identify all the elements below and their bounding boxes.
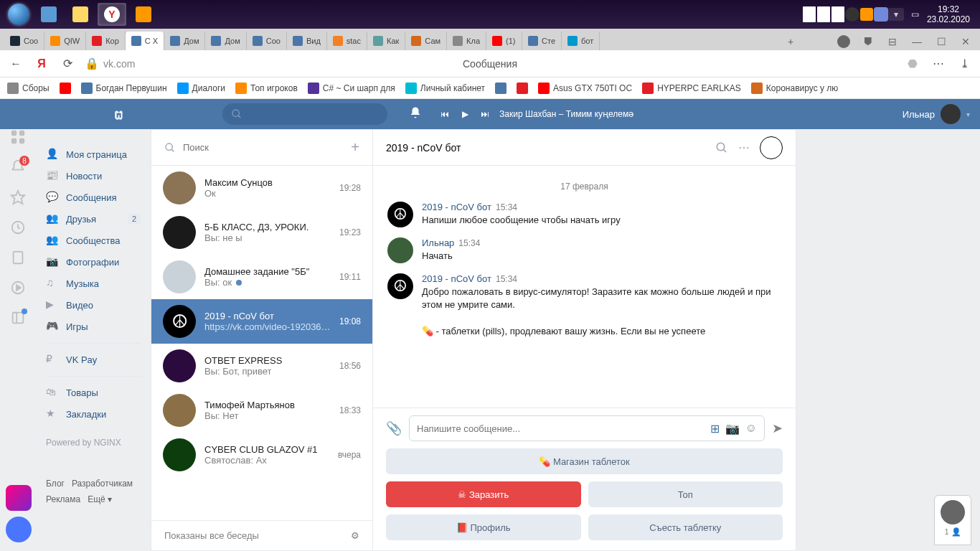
browser-tab[interactable]: QIW (44, 32, 86, 50)
chat-avatar[interactable]: ☮ (760, 136, 783, 159)
minimize-button[interactable]: — (908, 33, 925, 50)
dialog-item[interactable]: Домашнее задание "5Б"Вы: ок19:11 (151, 255, 372, 299)
yandex-bottom-button-1[interactable] (6, 485, 32, 511)
browser-tab[interactable]: бот (562, 32, 600, 50)
taskbar-app-browser[interactable]: Y (98, 3, 126, 26)
bookmark-item[interactable]: C# ~ Си шарп для (308, 83, 395, 94)
kb-eat-button[interactable]: Съесть таблетку (588, 514, 783, 540)
nav-item[interactable]: 👥Сообщества (36, 230, 151, 251)
nav-item[interactable]: ★Закладки (36, 403, 151, 425)
nav-item[interactable]: 📷Фотографии (36, 251, 151, 273)
close-button[interactable]: ✕ (957, 33, 974, 50)
browser-tab[interactable]: stac (327, 32, 367, 50)
browser-tab[interactable]: Дом (164, 32, 205, 50)
nav-item[interactable]: 👥Друзья2 (36, 208, 151, 230)
browser-tab[interactable]: (1) (486, 32, 522, 50)
dialog-item[interactable]: Максим СунцовОк19:28 (151, 166, 372, 210)
dialog-item[interactable]: ОТВЕТ EXPRESSВы: Бот, привет18:56 (151, 344, 372, 388)
kb-profile-button[interactable]: 📕 Профиль (386, 514, 581, 540)
vk-search[interactable] (222, 103, 387, 125)
tray-sublime-icon[interactable] (859, 7, 874, 22)
nav-item[interactable]: 🎮Игры (36, 316, 151, 337)
browser-tab[interactable]: Сте (522, 32, 562, 50)
shield-icon[interactable]: ⛊ (859, 33, 877, 50)
taskbar-app[interactable] (34, 3, 63, 26)
browser-tab[interactable]: Кор (86, 32, 126, 50)
tray-expand-icon[interactable]: ▾ (888, 8, 904, 21)
kb-top-button[interactable]: Топ (588, 481, 783, 507)
tray-obs-icon[interactable] (845, 7, 859, 22)
bookmark-item[interactable]: HYPERPC EARLKAS (642, 83, 741, 94)
tray-doc-icon[interactable] (831, 7, 845, 22)
url-field[interactable]: 🔒 vk.com Сообщения (85, 57, 895, 71)
keyboard-icon[interactable]: ⊞ (710, 422, 720, 435)
download-icon[interactable]: ⤓ (956, 55, 973, 72)
browser-tab[interactable]: С X (126, 32, 164, 50)
bookmark-item[interactable] (517, 83, 528, 94)
tray-discord-icon[interactable] (874, 7, 888, 22)
sidebar-bell-icon[interactable]: 8 (10, 159, 26, 175)
prev-track-icon[interactable]: ⏮ (439, 108, 451, 120)
dialog-item[interactable]: 5-Б КЛАСС, ДЗ, УРОКИ.Вы: не ы19:23 (151, 210, 372, 255)
bookmark-item[interactable] (495, 83, 507, 94)
vk-logo[interactable]: ꞷ (114, 105, 122, 123)
bookmark-item[interactable]: Сборы (7, 83, 50, 94)
sidebar-play-icon[interactable] (10, 280, 26, 296)
clock[interactable]: 19:32 23.02.2020 (927, 4, 976, 25)
sidebar-history-icon[interactable] (10, 220, 26, 235)
start-button[interactable] (4, 3, 33, 26)
track-title[interactable]: Закир Шахбан – Тимим куңелемә (499, 109, 633, 119)
sidebar-clipboard-icon[interactable] (10, 250, 26, 265)
tray-network-icon[interactable]: ▭ (908, 7, 923, 22)
reload-button[interactable]: ⟳ (59, 55, 76, 72)
browser-tab[interactable]: Соо (247, 32, 287, 50)
bookmark-item[interactable]: Личный кабинет (405, 83, 485, 94)
bookmark-icon[interactable]: ⬣ (904, 55, 921, 72)
tray-doc-icon[interactable] (802, 7, 816, 22)
browser-tab[interactable]: Соо (4, 32, 44, 50)
browser-tab[interactable]: Кла (447, 32, 486, 50)
browser-tab[interactable]: Как (367, 32, 405, 50)
yandex-button[interactable]: Я (33, 55, 50, 72)
more-icon[interactable]: ⋯ (738, 141, 750, 154)
new-dialog-icon[interactable]: + (351, 139, 359, 156)
bookmark-item[interactable]: Богдан Первушин (81, 83, 167, 94)
menu-icon[interactable]: ⋯ (930, 55, 947, 72)
emoji-icon[interactable]: ☺ (745, 422, 757, 435)
tray-doc-icon[interactable] (816, 7, 831, 22)
dialog-item[interactable]: ☮2019 - nCoV ботhttps://vk.com/video-192… (151, 299, 372, 344)
send-button[interactable]: ➤ (772, 420, 783, 436)
nav-item[interactable]: ▶Видео (36, 294, 151, 316)
next-track-icon[interactable]: ⏭ (479, 108, 491, 120)
chat-widget[interactable]: 1 👤 (934, 495, 971, 545)
taskbar-app[interactable] (66, 3, 95, 26)
user-icon[interactable] (835, 33, 852, 50)
user-menu[interactable]: Ильнар ▾ (903, 104, 970, 124)
dialog-item[interactable]: Тимофей МартьяновВы: Нет18:33 (151, 388, 372, 433)
sidebar-star-icon[interactable] (10, 189, 26, 205)
taskbar-app[interactable] (129, 3, 158, 26)
nav-item[interactable]: 💬Сообщения (36, 187, 151, 208)
downloads-icon[interactable]: ⊟ (884, 33, 901, 50)
gear-icon[interactable]: ⚙ (351, 530, 359, 541)
browser-tab[interactable]: Дом (205, 32, 246, 50)
bookmark-item[interactable]: Диалоги (177, 83, 225, 94)
browser-tab[interactable]: Сам (405, 32, 447, 50)
kb-shop-button[interactable]: 💊 Магазин таблеток (386, 448, 783, 474)
bookmark-item[interactable]: Топ игроков (235, 83, 298, 94)
nav-item[interactable]: 👤Моя страница (36, 143, 151, 165)
kb-infect-button[interactable]: ☠ Заразить (386, 481, 581, 507)
nav-item[interactable]: ♫Музыка (36, 273, 151, 294)
search-icon[interactable] (715, 141, 728, 154)
nav-item[interactable]: 🛍Товары (36, 382, 151, 403)
attach-icon[interactable]: 📎 (386, 420, 402, 436)
message-input[interactable] (417, 423, 710, 434)
bookmark-item[interactable] (60, 83, 71, 94)
browser-tab[interactable]: Вид (287, 32, 327, 50)
chat-title[interactable]: 2019 - nCoV бот (386, 142, 461, 154)
dialog-search-input[interactable] (183, 142, 344, 153)
sidebar-apps-icon[interactable] (10, 129, 26, 145)
notifications-icon[interactable] (409, 106, 422, 122)
yandex-bottom-button-2[interactable] (6, 517, 32, 542)
bookmark-item[interactable]: Коронавирус у лю (751, 83, 838, 94)
